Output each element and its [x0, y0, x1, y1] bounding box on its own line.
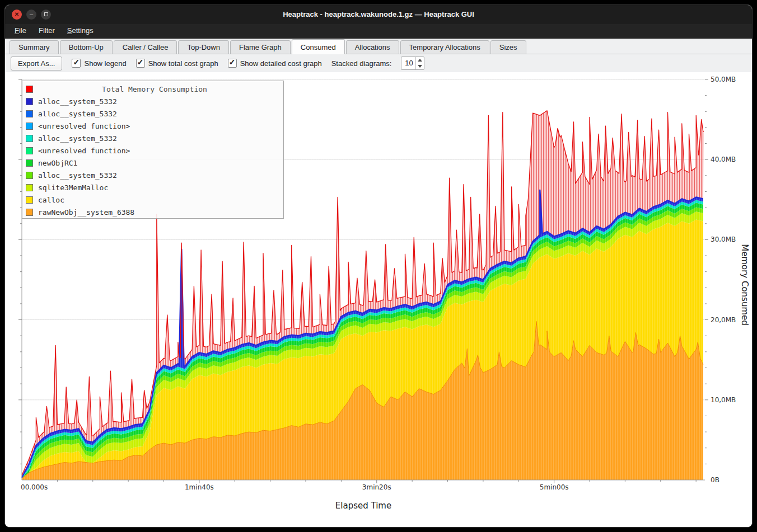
spin-up-button[interactable]	[416, 57, 424, 63]
legend-item: newObjRC1	[22, 157, 283, 169]
close-icon: ✕	[15, 11, 19, 17]
legend-swatch	[26, 147, 33, 154]
tab-summary[interactable]: Summary	[10, 40, 59, 54]
spin-down-button[interactable]	[416, 63, 424, 69]
check-icon: ✓	[73, 58, 80, 67]
stacked-diagrams-spinbox[interactable]: 10	[401, 57, 424, 70]
legend-label: Total Memory Consumption	[38, 85, 271, 93]
check-icon: ✓	[137, 58, 144, 67]
maximize-button[interactable]	[41, 10, 51, 20]
legend-swatch	[26, 159, 33, 167]
legend-swatch	[26, 196, 33, 204]
legend-swatch	[26, 110, 33, 117]
legend-label: <unresolved function>	[38, 122, 130, 130]
minimize-icon: –	[30, 11, 33, 17]
show-total-cost-graph-checkbox[interactable]: ✓ Show total cost graph	[136, 59, 218, 68]
legend-swatch	[26, 209, 33, 216]
legend-label: calloc	[38, 196, 64, 204]
close-button[interactable]: ✕	[12, 10, 22, 20]
x-axis-title: Elapsed Time	[22, 501, 705, 511]
legend-item: rawNewObj__system_6388	[22, 206, 283, 218]
checkbox-label: Show legend	[84, 59, 126, 68]
window-controls: ✕ –	[12, 10, 51, 20]
checkbox-label: Show detailed cost graph	[240, 59, 322, 68]
stacked-diagrams-label: Stacked diagrams:	[331, 59, 392, 68]
tab-temporary-allocations[interactable]: Temporary Allocations	[400, 40, 489, 54]
spinbox-buttons	[415, 57, 424, 69]
tab-caller-callee[interactable]: Caller / Callee	[114, 40, 177, 54]
chart-legend: Total Memory Consumptionalloc__system_53…	[22, 81, 284, 219]
y-tick-label: 30,0MB	[711, 236, 736, 243]
check-icon: ✓	[229, 58, 236, 67]
y-tick-label: 0B	[711, 476, 719, 484]
y-tick-label: 40,0MB	[711, 156, 736, 163]
show-detailed-cost-graph-checkbox[interactable]: ✓ Show detailed cost graph	[228, 59, 322, 68]
legend-item: calloc	[22, 194, 283, 206]
checkbox-box: ✓	[72, 59, 81, 68]
legend-item: <unresolved function>	[22, 120, 283, 132]
triangle-up-icon	[418, 59, 422, 62]
y-tick-label: 50,0MB	[711, 76, 736, 83]
tab-allocations[interactable]: Allocations	[346, 40, 399, 54]
y-axis-title: Memory Consumed	[740, 237, 750, 332]
titlebar[interactable]: ✕ – Heaptrack - heaptrack.wakunode.1.gz …	[5, 5, 752, 24]
maximize-icon	[44, 12, 48, 16]
menubar: FileFilterSettings	[5, 24, 752, 39]
legend-item: alloc__system_5332	[22, 95, 283, 107]
legend-swatch	[26, 135, 33, 142]
spinbox-value: 10	[401, 57, 415, 69]
legend-item: sqlite3MemMalloc	[22, 181, 283, 194]
legend-swatch	[26, 86, 33, 93]
legend-item: <unresolved function>	[22, 144, 283, 157]
triangle-down-icon	[418, 65, 422, 68]
show-legend-checkbox[interactable]: ✓ Show legend	[72, 59, 126, 68]
checkbox-label: Show total cost graph	[148, 59, 218, 68]
tab-flame-graph[interactable]: Flame Graph	[230, 40, 291, 54]
legend-swatch	[26, 172, 33, 179]
legend-label: newObjRC1	[38, 159, 77, 167]
checkbox-box: ✓	[228, 59, 237, 68]
legend-swatch	[26, 184, 33, 191]
export-as-button[interactable]: Export As...	[11, 57, 62, 70]
legend-label: alloc__system_5332	[38, 110, 117, 118]
menu-file[interactable]: File	[8, 24, 32, 37]
heaptrack-window: ✕ – Heaptrack - heaptrack.wakunode.1.gz …	[4, 4, 753, 528]
y-tick-label: 20,0MB	[711, 316, 736, 324]
legend-label: sqlite3MemMalloc	[38, 183, 108, 192]
minimize-button[interactable]: –	[26, 10, 36, 20]
legend-item: alloc__system_5332	[22, 132, 283, 144]
toolbar: Export As... ✓ Show legend ✓ Show total …	[5, 54, 752, 72]
checkbox-box: ✓	[136, 59, 145, 68]
legend-swatch	[26, 123, 33, 130]
tab-consumed[interactable]: Consumed	[292, 39, 345, 54]
x-tick-label: 3min20s	[362, 483, 391, 491]
legend-label: rawNewObj__system_6388	[38, 208, 134, 216]
x-tick-label: 1min40s	[185, 483, 214, 491]
legend-title-row: Total Memory Consumption	[22, 83, 283, 95]
legend-label: alloc__system_5332	[38, 171, 117, 180]
window-title: Heaptrack - heaptrack.wakunode.1.gz — He…	[5, 5, 752, 24]
tab-sizes[interactable]: Sizes	[490, 40, 526, 54]
legend-label: alloc__system_5332	[38, 97, 117, 106]
legend-item: alloc__system_5332	[22, 169, 283, 181]
chart-area: 0B10,0MB20,0MB30,0MB40,0MB50,0MB00.000s1…	[5, 72, 753, 528]
x-tick-label: 00.000s	[21, 483, 48, 491]
tab-top-down[interactable]: Top-Down	[178, 40, 229, 54]
legend-swatch	[26, 98, 33, 105]
tab-bar: SummaryBottom-UpCaller / CalleeTop-DownF…	[5, 39, 752, 54]
menu-settings[interactable]: Settings	[61, 24, 100, 37]
legend-label: alloc__system_5332	[38, 134, 117, 143]
x-tick-label: 5min00s	[540, 483, 569, 491]
y-tick-label: 10,0MB	[711, 396, 736, 404]
tab-bottom-up[interactable]: Bottom-Up	[60, 40, 113, 54]
menu-filter[interactable]: Filter	[32, 24, 61, 37]
legend-label: <unresolved function>	[38, 147, 130, 155]
legend-item: alloc__system_5332	[22, 107, 283, 120]
